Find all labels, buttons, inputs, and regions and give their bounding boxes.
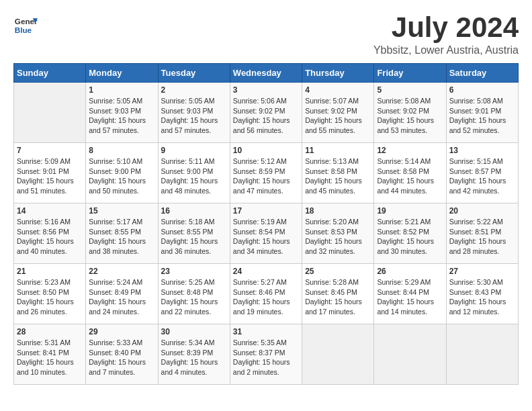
- calendar-cell: 29 Sunrise: 5:33 AMSunset: 8:40 PMDaylig…: [86, 324, 158, 385]
- weekday-header-tuesday: Tuesday: [158, 64, 230, 83]
- location-subtitle: Ybbsitz, Lower Austria, Austria: [373, 44, 519, 56]
- svg-text:General: General: [15, 17, 38, 26]
- day-number: 12: [377, 146, 443, 155]
- day-info: Sunrise: 5:05 AMSunset: 9:03 PMDaylight:…: [161, 96, 227, 136]
- calendar-cell: 23 Sunrise: 5:25 AMSunset: 8:48 PMDaylig…: [158, 264, 230, 324]
- calendar-cell: 17 Sunrise: 5:19 AMSunset: 8:54 PMDaylig…: [230, 203, 302, 264]
- day-info: Sunrise: 5:07 AMSunset: 9:02 PMDaylight:…: [305, 96, 371, 136]
- day-info: Sunrise: 5:12 AMSunset: 8:59 PMDaylight:…: [233, 156, 299, 196]
- page-header: General Blue July 2024 Ybbsitz, Lower Au…: [13, 13, 519, 56]
- day-info: Sunrise: 5:05 AMSunset: 9:03 PMDaylight:…: [89, 96, 154, 136]
- day-number: 14: [17, 206, 83, 216]
- weekday-header-wednesday: Wednesday: [230, 64, 302, 83]
- day-info: Sunrise: 5:24 AMSunset: 8:49 PMDaylight:…: [89, 277, 154, 317]
- day-number: 21: [17, 267, 83, 276]
- day-number: 28: [17, 327, 83, 336]
- day-number: 27: [449, 267, 515, 276]
- day-number: 11: [305, 146, 371, 155]
- day-number: 18: [305, 206, 371, 216]
- day-info: Sunrise: 5:14 AMSunset: 8:58 PMDaylight:…: [377, 156, 443, 196]
- day-info: Sunrise: 5:17 AMSunset: 8:55 PMDaylight:…: [89, 217, 154, 257]
- day-info: Sunrise: 5:22 AMSunset: 8:51 PMDaylight:…: [449, 217, 515, 257]
- day-number: 4: [305, 85, 371, 95]
- calendar-cell: 1 Sunrise: 5:05 AMSunset: 9:03 PMDayligh…: [86, 83, 158, 143]
- calendar-week-row: 14 Sunrise: 5:16 AMSunset: 8:56 PMDaylig…: [14, 203, 519, 264]
- day-number: 23: [161, 267, 227, 276]
- day-info: Sunrise: 5:25 AMSunset: 8:48 PMDaylight:…: [161, 277, 227, 317]
- calendar-cell: 21 Sunrise: 5:23 AMSunset: 8:50 PMDaylig…: [14, 264, 86, 324]
- day-info: Sunrise: 5:33 AMSunset: 8:40 PMDaylight:…: [89, 338, 154, 377]
- calendar-cell: 4 Sunrise: 5:07 AMSunset: 9:02 PMDayligh…: [302, 83, 374, 143]
- calendar-week-row: 7 Sunrise: 5:09 AMSunset: 9:01 PMDayligh…: [14, 143, 519, 203]
- day-info: Sunrise: 5:18 AMSunset: 8:55 PMDaylight:…: [161, 217, 227, 257]
- day-number: 24: [233, 267, 299, 276]
- day-info: Sunrise: 5:06 AMSunset: 9:02 PMDaylight:…: [233, 96, 299, 136]
- calendar-table: SundayMondayTuesdayWednesdayThursdayFrid…: [13, 63, 519, 385]
- calendar-cell: 3 Sunrise: 5:06 AMSunset: 9:02 PMDayligh…: [230, 83, 302, 143]
- calendar-cell: 8 Sunrise: 5:10 AMSunset: 9:00 PMDayligh…: [86, 143, 158, 203]
- day-info: Sunrise: 5:34 AMSunset: 8:39 PMDaylight:…: [161, 338, 227, 377]
- day-number: 10: [233, 146, 299, 155]
- day-number: 15: [89, 206, 154, 216]
- day-number: 17: [233, 206, 299, 216]
- calendar-cell: 30 Sunrise: 5:34 AMSunset: 8:39 PMDaylig…: [158, 324, 230, 385]
- day-number: 19: [377, 206, 443, 216]
- day-number: 25: [305, 267, 371, 276]
- calendar-cell: 9 Sunrise: 5:11 AMSunset: 9:00 PMDayligh…: [158, 143, 230, 203]
- day-info: Sunrise: 5:23 AMSunset: 8:50 PMDaylight:…: [17, 277, 83, 317]
- day-info: Sunrise: 5:20 AMSunset: 8:53 PMDaylight:…: [305, 217, 371, 257]
- calendar-cell: 18 Sunrise: 5:20 AMSunset: 8:53 PMDaylig…: [302, 203, 374, 264]
- calendar-cell: 11 Sunrise: 5:13 AMSunset: 8:58 PMDaylig…: [302, 143, 374, 203]
- day-number: 13: [449, 146, 515, 155]
- day-number: 6: [449, 85, 515, 95]
- calendar-cell: [302, 324, 374, 385]
- day-info: Sunrise: 5:11 AMSunset: 9:00 PMDaylight:…: [161, 156, 227, 196]
- calendar-cell: 7 Sunrise: 5:09 AMSunset: 9:01 PMDayligh…: [14, 143, 86, 203]
- day-info: Sunrise: 5:27 AMSunset: 8:46 PMDaylight:…: [233, 277, 299, 317]
- weekday-header-thursday: Thursday: [302, 64, 374, 83]
- day-number: 8: [89, 146, 154, 155]
- day-number: 16: [161, 206, 227, 216]
- calendar-cell: 20 Sunrise: 5:22 AMSunset: 8:51 PMDaylig…: [446, 203, 518, 264]
- day-info: Sunrise: 5:30 AMSunset: 8:43 PMDaylight:…: [449, 277, 515, 317]
- calendar-cell: 28 Sunrise: 5:31 AMSunset: 8:41 PMDaylig…: [14, 324, 86, 385]
- calendar-cell: [14, 83, 86, 143]
- calendar-week-row: 1 Sunrise: 5:05 AMSunset: 9:03 PMDayligh…: [14, 83, 519, 143]
- calendar-cell: 22 Sunrise: 5:24 AMSunset: 8:49 PMDaylig…: [86, 264, 158, 324]
- logo-icon: General Blue: [13, 13, 38, 38]
- day-info: Sunrise: 5:28 AMSunset: 8:45 PMDaylight:…: [305, 277, 371, 317]
- svg-text:Blue: Blue: [15, 26, 32, 34]
- calendar-cell: 6 Sunrise: 5:08 AMSunset: 9:01 PMDayligh…: [446, 83, 518, 143]
- logo: General Blue: [13, 13, 38, 38]
- day-number: 20: [449, 206, 515, 216]
- calendar-cell: [374, 324, 446, 385]
- calendar-cell: 16 Sunrise: 5:18 AMSunset: 8:55 PMDaylig…: [158, 203, 230, 264]
- calendar-cell: 27 Sunrise: 5:30 AMSunset: 8:43 PMDaylig…: [446, 264, 518, 324]
- calendar-cell: 5 Sunrise: 5:08 AMSunset: 9:02 PMDayligh…: [374, 83, 446, 143]
- day-number: 29: [89, 327, 154, 336]
- day-number: 2: [161, 85, 227, 95]
- calendar-cell: 13 Sunrise: 5:15 AMSunset: 8:57 PMDaylig…: [446, 143, 518, 203]
- day-info: Sunrise: 5:35 AMSunset: 8:37 PMDaylight:…: [233, 338, 299, 377]
- day-number: 7: [17, 146, 83, 155]
- weekday-header-friday: Friday: [374, 64, 446, 83]
- day-number: 26: [377, 267, 443, 276]
- calendar-cell: 15 Sunrise: 5:17 AMSunset: 8:55 PMDaylig…: [86, 203, 158, 264]
- day-info: Sunrise: 5:08 AMSunset: 9:01 PMDaylight:…: [449, 96, 515, 136]
- day-info: Sunrise: 5:13 AMSunset: 8:58 PMDaylight:…: [305, 156, 371, 196]
- calendar-cell: 14 Sunrise: 5:16 AMSunset: 8:56 PMDaylig…: [14, 203, 86, 264]
- weekday-header-sunday: Sunday: [14, 64, 86, 83]
- title-block: July 2024 Ybbsitz, Lower Austria, Austri…: [373, 13, 519, 56]
- day-number: 30: [161, 327, 227, 336]
- day-info: Sunrise: 5:08 AMSunset: 9:02 PMDaylight:…: [377, 96, 443, 136]
- day-info: Sunrise: 5:31 AMSunset: 8:41 PMDaylight:…: [17, 338, 83, 377]
- calendar-cell: 19 Sunrise: 5:21 AMSunset: 8:52 PMDaylig…: [374, 203, 446, 264]
- day-number: 31: [233, 327, 299, 336]
- day-number: 3: [233, 85, 299, 95]
- calendar-week-row: 21 Sunrise: 5:23 AMSunset: 8:50 PMDaylig…: [14, 264, 519, 324]
- weekday-header-monday: Monday: [86, 64, 158, 83]
- weekday-header-saturday: Saturday: [446, 64, 518, 83]
- day-info: Sunrise: 5:16 AMSunset: 8:56 PMDaylight:…: [17, 217, 83, 257]
- weekday-header-row: SundayMondayTuesdayWednesdayThursdayFrid…: [14, 64, 519, 83]
- day-info: Sunrise: 5:10 AMSunset: 9:00 PMDaylight:…: [89, 156, 154, 196]
